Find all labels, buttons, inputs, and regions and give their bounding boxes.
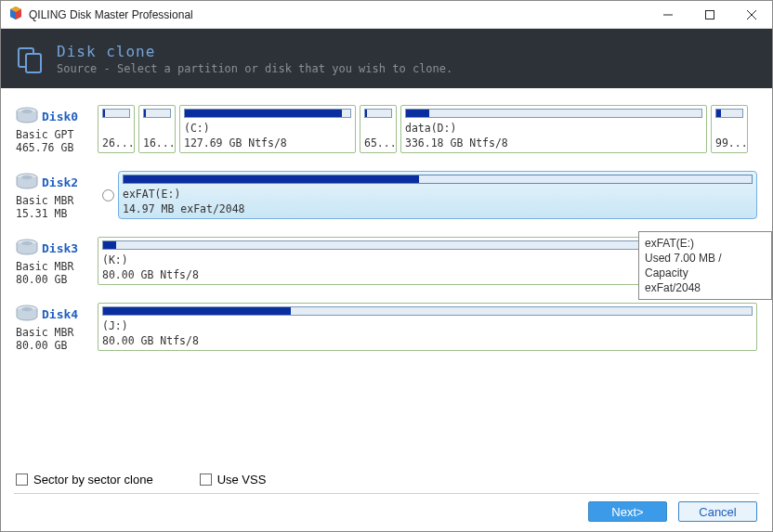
usage-bar	[143, 109, 171, 118]
partitions: exFAT(E:) 14.97 MB exFat/2048	[118, 171, 757, 220]
usage-bar	[123, 175, 753, 184]
page-header: Disk clone Source - Select a partition o…	[1, 29, 772, 88]
partition[interactable]: 65...	[360, 105, 397, 153]
app-logo-icon	[8, 6, 23, 23]
disk-name: Disk4	[42, 307, 78, 321]
partition[interactable]: (C:) 127.69 GB Ntfs/8	[179, 105, 356, 153]
cancel-button[interactable]: Cancel	[678, 501, 757, 522]
partition-label: data(D:)	[405, 122, 702, 135]
partition-label: exFAT(E:)	[123, 188, 753, 201]
tooltip-line: exFAT(E:)	[645, 236, 766, 251]
disk-row[interactable]: Disk0 Basic GPT 465.76 GB 26... 16... (C…	[16, 105, 757, 154]
close-button[interactable]	[730, 1, 772, 29]
svg-point-13	[21, 307, 33, 311]
partition-size: 16...	[143, 136, 171, 149]
maximize-button[interactable]	[688, 1, 730, 29]
disk-row[interactable]: Disk2 Basic MBR 15.31 MB exFAT(E:) 14.97…	[16, 171, 757, 220]
disk-name: Disk0	[42, 110, 78, 123]
disk-type: Basic GPT	[16, 128, 98, 141]
disk-icon	[16, 107, 38, 126]
use-vss-checkbox[interactable]: Use VSS	[200, 473, 267, 487]
disk-size: 15.31 MB	[16, 207, 98, 220]
disk-icon	[16, 173, 38, 192]
partitions: 26... 16... (C:) 127.69 GB Ntfs/8 65... …	[98, 105, 757, 154]
disk-type: Basic MBR	[16, 326, 98, 339]
disk-radio[interactable]	[98, 171, 118, 220]
partition-size: 80.00 GB Ntfs/8	[102, 334, 753, 347]
partition-label: (C:)	[184, 122, 351, 135]
partition[interactable]: (J:) 80.00 GB Ntfs/8	[98, 303, 757, 351]
partition[interactable]: 99...	[711, 105, 748, 153]
disk-list: Disk0 Basic GPT 465.76 GB 26... 16... (C…	[1, 88, 772, 352]
svg-rect-1	[705, 10, 714, 19]
footer-options: Sector by sector clone Use VSS	[16, 473, 266, 487]
partition[interactable]: data(D:) 336.18 GB Ntfs/8	[400, 105, 707, 153]
partition-size: 14.97 MB exFat/2048	[123, 202, 753, 215]
svg-point-7	[21, 110, 33, 113]
tooltip-line: exFat/2048	[645, 280, 766, 295]
partition-label: (J:)	[102, 319, 753, 332]
partition-tooltip: exFAT(E:) Used 7.00 MB / Capacity exFat/…	[638, 231, 772, 300]
disk-info: Disk0 Basic GPT 465.76 GB	[16, 105, 98, 154]
partition-size: 336.18 GB Ntfs/8	[405, 136, 702, 149]
disk-icon	[16, 239, 38, 258]
partition[interactable]: 26...	[98, 105, 135, 153]
disk-info: Disk3 Basic MBR 80.00 GB	[16, 237, 98, 286]
partition-size: 65...	[364, 136, 392, 149]
next-button[interactable]: Next>	[588, 501, 667, 522]
checkbox-label: Sector by sector clone	[33, 473, 153, 487]
sector-by-sector-checkbox[interactable]: Sector by sector clone	[16, 473, 153, 487]
titlebar: QILING Disk Master Professional	[1, 1, 772, 29]
partition[interactable]: exFAT(E:) 14.97 MB exFat/2048	[118, 171, 757, 219]
checkbox-label: Use VSS	[217, 473, 267, 487]
disk-size: 80.00 GB	[16, 273, 98, 286]
usage-bar	[102, 109, 130, 118]
disk-type: Basic MBR	[16, 194, 98, 207]
disk-size: 80.00 GB	[16, 339, 98, 352]
usage-bar	[364, 109, 392, 118]
disk-name: Disk2	[42, 175, 78, 189]
usage-bar	[405, 109, 702, 118]
usage-bar	[102, 306, 753, 316]
clone-icon	[16, 44, 46, 73]
app-title: QILING Disk Master Professional	[29, 8, 193, 21]
usage-bar	[184, 109, 351, 118]
disk-size: 465.76 GB	[16, 141, 98, 154]
svg-rect-5	[26, 54, 41, 72]
disk-row[interactable]: Disk4 Basic MBR 80.00 GB (J:) 80.00 GB N…	[16, 303, 757, 352]
minimize-button[interactable]	[647, 1, 688, 29]
disk-icon	[16, 305, 38, 324]
disk-info: Disk4 Basic MBR 80.00 GB	[16, 303, 98, 352]
page-title: Disk clone	[57, 43, 452, 60]
usage-bar	[715, 109, 743, 118]
disk-info: Disk2 Basic MBR 15.31 MB	[16, 171, 98, 220]
svg-point-11	[21, 241, 33, 245]
partitions: (J:) 80.00 GB Ntfs/8	[98, 303, 757, 352]
partition-size: 26...	[102, 136, 130, 149]
tooltip-line: Used 7.00 MB / Capacity	[645, 251, 766, 280]
partition-size: 99...	[715, 136, 743, 149]
disk-type: Basic MBR	[16, 260, 98, 273]
partition[interactable]: 16...	[138, 105, 176, 153]
divider	[14, 493, 759, 494]
disk-name: Disk3	[42, 241, 78, 255]
partition-size: 127.69 GB Ntfs/8	[184, 136, 351, 149]
page-subtitle: Source - Select a partition or disk that…	[57, 62, 452, 75]
svg-point-9	[21, 175, 33, 179]
footer-buttons: Next> Cancel	[588, 501, 757, 522]
checkbox-box	[16, 474, 28, 486]
checkbox-box	[200, 474, 212, 486]
